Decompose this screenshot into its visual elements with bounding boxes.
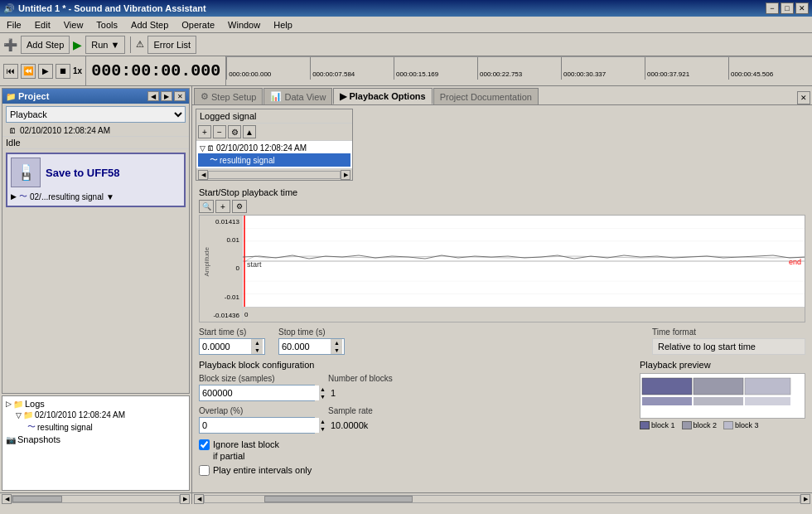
overlap-up[interactable]: ▲ (319, 418, 326, 425)
legend-block3-label: block 3 (735, 421, 759, 429)
block-size-input[interactable]: ▲ ▼ (199, 385, 315, 401)
toolbar-separator (130, 36, 131, 53)
timeline-ruler[interactable]: 000:00:00.000000:00:07.584000:00:15.1690… (226, 56, 812, 80)
transport-return[interactable]: ⏮ (3, 64, 18, 79)
expand-logs[interactable]: ▷ (6, 400, 12, 408)
add-step-button[interactable]: Add Step (21, 36, 70, 54)
ls-tree-date[interactable]: ▽ 🗓 02/10/2010 12:08:24 AM (198, 143, 350, 153)
hscroll-right-btn[interactable]: ▶ (180, 494, 190, 504)
hscroll-left-btn[interactable]: ◀ (2, 494, 12, 504)
tab-data-view[interactable]: 📊 Data View (263, 88, 332, 104)
overlap-down[interactable]: ▼ (319, 425, 326, 434)
block-size-field[interactable] (200, 386, 319, 400)
expand-date[interactable]: ▽ (16, 411, 22, 419)
ls-remove-btn[interactable]: − (213, 125, 226, 138)
tab-step-setup[interactable]: ⚙ Step Setup (194, 88, 263, 104)
transport-stop[interactable]: ⏹ (56, 64, 70, 79)
waveform-canvas-area[interactable]: start end 0 (243, 216, 805, 322)
start-time-down[interactable]: ▼ (251, 347, 263, 355)
playback-dropdown[interactable]: Playback (6, 106, 186, 123)
tree-item-date[interactable]: ▽ 📁 02/10/2010 12:08:24 AM (4, 410, 187, 420)
title-bar-left: 🔊 Untitled 1 * - Sound and Vibration Ass… (3, 3, 206, 14)
error-list-button[interactable]: Error List (147, 36, 196, 54)
project-nav-button[interactable]: ▶ (161, 91, 172, 101)
overlap-input[interactable]: ▲ ▼ (199, 417, 315, 434)
tab-close-button[interactable]: ✕ (797, 91, 810, 104)
tab-project-doc[interactable]: Project Documentation (433, 88, 539, 104)
menu-view[interactable]: View (60, 18, 87, 32)
run-icon[interactable]: ▶ (73, 38, 82, 51)
ls-tree-signal[interactable]: 〜 resulting signal (198, 153, 350, 167)
ls-scroll-track[interactable] (208, 171, 341, 179)
stop-time-field[interactable] (279, 339, 331, 354)
stop-time-input[interactable]: ▲ ▼ (278, 338, 345, 355)
tab-playback-options[interactable]: ▶ Playback Options (333, 88, 432, 104)
project-pin-button[interactable]: ◀ (147, 91, 159, 101)
svg-rect-10 (642, 397, 692, 405)
ruler-mark: 000:00:15.169 (394, 57, 438, 80)
play-entire-checkbox[interactable] (199, 465, 210, 476)
project-panel-spacer (2, 211, 189, 393)
ls-hscroll[interactable]: ◀ ▶ (196, 168, 352, 180)
ls-expand[interactable]: ▽ (200, 144, 205, 153)
menu-window[interactable]: Window (225, 18, 263, 32)
sample-rate-group: Sample rate 10.0000k (328, 406, 444, 434)
end-label: end (789, 258, 801, 266)
hscroll-track[interactable] (12, 495, 180, 503)
chart-settings-btn[interactable]: ⚙ (232, 200, 247, 213)
close-button[interactable]: ✕ (795, 2, 809, 14)
right-panel-hscroll[interactable]: ◀ ▶ (192, 492, 812, 504)
add-step-icon[interactable]: ➕ (3, 38, 17, 51)
start-time-input[interactable]: ▲ ▼ (199, 338, 265, 355)
block-size-label: Block size (samples) (199, 374, 315, 383)
menu-operate[interactable]: Operate (178, 18, 218, 32)
stop-time-up[interactable]: ▲ (331, 339, 342, 347)
block-config-left: Playback block configuration Block size … (199, 360, 633, 476)
ls-scroll-right[interactable]: ▶ (341, 170, 350, 180)
block-size-down[interactable]: ▼ (319, 393, 326, 401)
date-folder-icon: 📁 (23, 410, 33, 419)
waveform-x-label: 0 (243, 307, 805, 322)
menu-edit[interactable]: Edit (31, 18, 54, 32)
y-label-6: -0.01436 (213, 312, 239, 319)
ls-up-btn[interactable]: ▲ (243, 125, 256, 138)
chart-zoom-btn[interactable]: 🔍 (199, 200, 214, 213)
menu-tools[interactable]: Tools (93, 18, 121, 32)
rp-scroll-track[interactable] (204, 495, 800, 503)
left-panel-hscroll[interactable]: ◀ ▶ (0, 492, 191, 504)
start-time-field[interactable] (200, 339, 251, 354)
ls-scroll-left[interactable]: ◀ (198, 170, 208, 180)
project-close-button[interactable]: ✕ (174, 91, 186, 101)
signal-arrow[interactable]: ▼ (106, 192, 114, 201)
ignore-last-block-checkbox[interactable] (199, 439, 210, 450)
start-time-up[interactable]: ▲ (251, 339, 263, 347)
rp-scroll-right[interactable]: ▶ (800, 494, 810, 504)
menu-add-step[interactable]: Add Step (128, 18, 172, 32)
transport-back[interactable]: ⏪ (21, 64, 36, 79)
ls-signal-icon: 〜 (210, 154, 218, 166)
menu-file[interactable]: File (3, 18, 25, 32)
legend-block2: block 2 (682, 421, 718, 429)
tree-item-snapshots[interactable]: 📷 Snapshots (4, 434, 187, 445)
minimize-button[interactable]: − (766, 2, 779, 14)
hscroll-thumb[interactable] (12, 496, 62, 502)
step-setup-icon: ⚙ (201, 91, 209, 102)
run-button[interactable]: Run ▼ (85, 36, 125, 54)
ls-config-btn[interactable]: ⚙ (228, 125, 241, 138)
ls-add-btn[interactable]: + (198, 125, 211, 138)
rp-scroll-left[interactable]: ◀ (194, 494, 204, 504)
stop-time-label: Stop time (s) (278, 327, 345, 337)
logged-signal-header: Logged signal (196, 109, 352, 124)
tree-item-signal[interactable]: 〜 resulting signal (4, 420, 187, 434)
ruler-mark: 000:00:00.000 (226, 57, 271, 80)
tree-item-logs[interactable]: ▷ 📁 Logs (4, 398, 187, 410)
transport-play[interactable]: ▶ (38, 64, 53, 79)
stop-time-down[interactable]: ▼ (331, 347, 342, 355)
rp-scroll-thumb[interactable] (264, 496, 413, 502)
maximize-button[interactable]: □ (781, 2, 794, 14)
block-size-up[interactable]: ▲ (319, 386, 326, 393)
chart-add-btn[interactable]: + (215, 200, 230, 213)
overlap-field[interactable] (200, 418, 319, 433)
y-label-3: 0 (236, 264, 239, 272)
menu-help[interactable]: Help (270, 18, 296, 32)
